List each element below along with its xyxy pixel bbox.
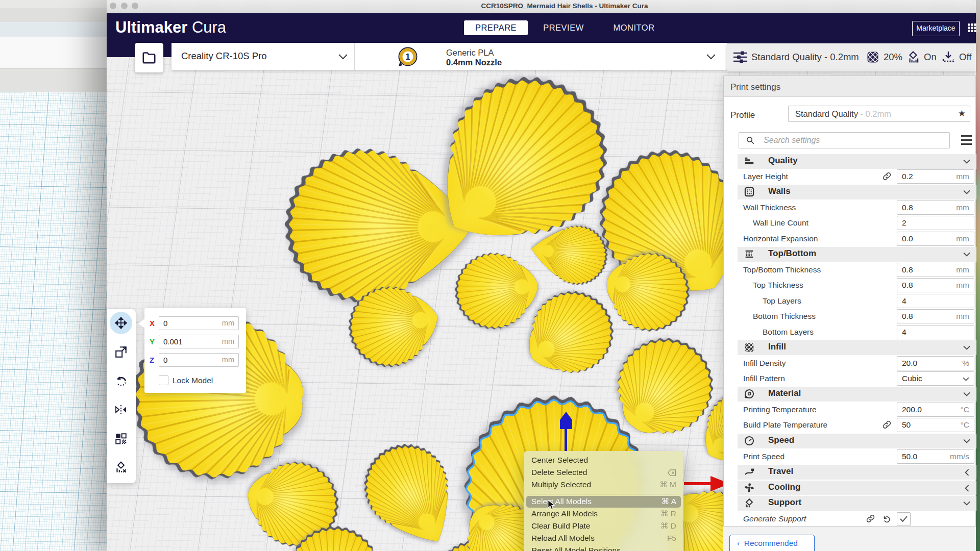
svg-text:1: 1 (405, 52, 410, 62)
